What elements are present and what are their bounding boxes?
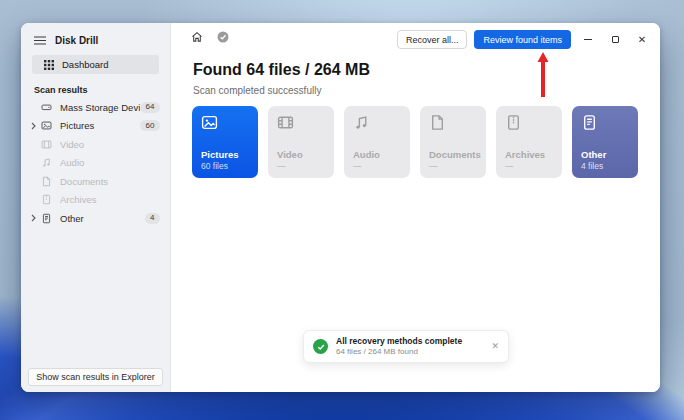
- card-label: Archives: [505, 149, 554, 160]
- count-badge: 60: [140, 120, 160, 131]
- music-note-icon: [353, 114, 402, 134]
- category-cards: Pictures60 filesVideo—Audio—Documents—Ar…: [192, 106, 638, 178]
- archive-icon: [40, 194, 53, 205]
- dashboard-label: Dashboard: [62, 59, 108, 70]
- show-in-explorer-button[interactable]: Show scan results in Explorer: [28, 368, 163, 386]
- card-count: —: [353, 161, 402, 171]
- card-count: —: [429, 161, 478, 171]
- video-icon: [40, 139, 53, 150]
- chevron-right-icon[interactable]: [31, 214, 40, 222]
- sidebar-item-mass-storage-device-usb[interactable]: Mass Storage Device USB...64: [21, 98, 170, 117]
- close-button[interactable]: ✕: [632, 30, 652, 49]
- image-icon: [201, 114, 250, 134]
- close-icon: ✕: [638, 35, 646, 45]
- recover-all-button[interactable]: Recover all...: [397, 30, 468, 49]
- sidebar-item-other[interactable]: Other4: [21, 209, 170, 228]
- card-count: 4 files: [581, 161, 630, 171]
- archive-icon: [505, 114, 554, 134]
- card-label: Audio: [353, 149, 402, 160]
- card-label: Documents: [429, 149, 478, 160]
- drive-icon: [40, 102, 53, 113]
- titlebar-controls: Recover all... Review found items ✕: [397, 30, 652, 49]
- dashboard-grid-icon: [44, 60, 54, 70]
- red-annotation-arrow: [537, 52, 549, 97]
- review-found-items-button[interactable]: Review found items: [474, 30, 571, 49]
- film-icon: [277, 114, 326, 134]
- hamburger-menu-icon[interactable]: [34, 36, 46, 45]
- toast-success-check-icon: [313, 339, 328, 354]
- page-subtitle: Scan completed successfully: [193, 85, 321, 96]
- sidebar-item-label: Pictures: [60, 120, 140, 131]
- card-count: 60 files: [201, 161, 250, 171]
- category-card-archives: Archives—: [496, 106, 562, 178]
- app-title: Disk Drill: [55, 35, 98, 46]
- scan-results-section-label: Scan results: [34, 85, 170, 95]
- sidebar-item-dashboard[interactable]: Dashboard: [32, 55, 159, 74]
- toast-title: All recovery methods complete: [336, 336, 462, 347]
- sidebar-item-label: Archives: [60, 194, 160, 205]
- sidebar-item-label: Mass Storage Device USB...: [60, 102, 140, 113]
- sidebar-item-audio: Audio: [21, 154, 170, 173]
- sidebar: Disk Drill Dashboard Scan results Mass S…: [21, 23, 171, 392]
- sidebar-item-label: Documents: [60, 176, 160, 187]
- sidebar-item-documents: Documents: [21, 172, 170, 191]
- card-label: Other: [581, 149, 630, 160]
- minimize-icon: [584, 39, 592, 40]
- audio-icon: [40, 157, 53, 168]
- card-label: Video: [277, 149, 326, 160]
- scan-complete-check-icon[interactable]: [217, 31, 229, 43]
- category-card-documents: Documents—: [420, 106, 486, 178]
- sidebar-item-pictures[interactable]: Pictures60: [21, 117, 170, 136]
- category-card-audio: Audio—: [344, 106, 410, 178]
- main-pane: Recover all... Review found items ✕ Foun…: [171, 23, 660, 392]
- document-icon: [429, 114, 478, 134]
- sidebar-item-archives: Archives: [21, 191, 170, 210]
- pictures-icon: [40, 120, 53, 131]
- sidebar-item-label: Video: [60, 139, 160, 150]
- sidebar-item-label: Audio: [60, 157, 160, 168]
- count-badge: 4: [145, 213, 160, 224]
- home-icon[interactable]: [191, 31, 203, 43]
- sidebar-item-label: Other: [60, 213, 145, 224]
- card-count: —: [277, 161, 326, 171]
- sidebar-item-video: Video: [21, 135, 170, 154]
- toast-close-icon[interactable]: ✕: [491, 342, 499, 351]
- chevron-right-icon[interactable]: [31, 122, 40, 130]
- category-card-other[interactable]: Other4 files: [572, 106, 638, 178]
- category-card-pictures[interactable]: Pictures60 files: [192, 106, 258, 178]
- maximize-icon: [612, 36, 619, 43]
- recovery-complete-toast: All recovery methods complete 64 files /…: [303, 330, 509, 363]
- page-title: Found 64 files / 264 MB: [193, 61, 370, 79]
- disk-drill-window: Disk Drill Dashboard Scan results Mass S…: [21, 23, 660, 392]
- file-icon: [40, 213, 53, 224]
- count-badge: 64: [140, 102, 160, 113]
- card-count: —: [505, 161, 554, 171]
- document-icon: [40, 176, 53, 187]
- scan-results-list: Mass Storage Device USB...64Pictures60Vi…: [21, 98, 170, 228]
- minimize-button[interactable]: [578, 30, 598, 49]
- category-card-video: Video—: [268, 106, 334, 178]
- main-toolbar-icons: [191, 31, 229, 43]
- card-label: Pictures: [201, 149, 250, 160]
- maximize-button[interactable]: [605, 30, 625, 49]
- toast-subtitle: 64 files / 264 MB found: [336, 347, 462, 357]
- sidebar-titlebar: Disk Drill: [21, 23, 170, 49]
- note-icon: [581, 114, 630, 134]
